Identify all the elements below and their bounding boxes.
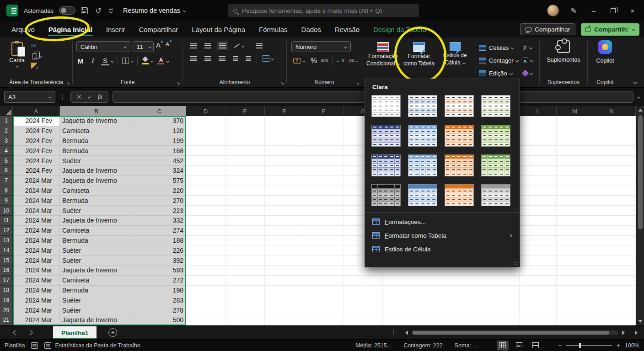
align-left-button[interactable] [188,55,199,63]
cell[interactable]: Suéter [60,245,133,255]
percent-style-button[interactable]: % [311,57,317,65]
cell[interactable]: 2024 Mar [13,186,60,196]
cell[interactable] [304,126,343,136]
cell[interactable] [304,236,343,246]
more-sheets-icon[interactable]: ⋮ [391,329,397,336]
row-header[interactable]: 1 [0,116,13,126]
tab-dados[interactable]: Dados [295,21,328,37]
table-style-swatch[interactable] [445,154,474,176]
cell[interactable] [304,276,343,286]
cell[interactable] [593,315,630,325]
cell[interactable]: 2024 Mar [13,255,60,266]
align-bottom-button[interactable] [217,42,228,50]
cell[interactable] [557,196,593,206]
cell[interactable] [304,245,343,255]
cell[interactable] [265,286,304,296]
cell[interactable] [520,126,557,136]
cell[interactable] [304,176,343,186]
column-header-N[interactable]: N [593,106,630,116]
cell[interactable] [593,166,630,176]
row-header[interactable]: 10 [0,206,13,216]
cell[interactable]: 2024 Mar [13,266,60,276]
cell[interactable] [265,236,304,246]
cell[interactable] [225,126,265,136]
cell[interactable] [520,245,557,255]
cell[interactable] [265,255,304,266]
table-style-swatch[interactable] [481,154,510,176]
number-format-select[interactable]: Número [291,41,351,52]
table-style-swatch[interactable] [371,95,401,117]
cell[interactable] [520,216,557,226]
cell[interactable] [557,226,593,236]
tab-design-da-tabela[interactable]: Design da Tabela [366,21,433,37]
cell[interactable] [225,255,265,266]
cell[interactable] [520,206,557,216]
cell[interactable]: Suéter [60,255,133,266]
cell[interactable] [593,295,630,305]
cell[interactable] [383,286,520,296]
cell[interactable]: Camiseta [60,186,133,196]
cell[interactable] [304,315,343,325]
cell[interactable] [593,116,630,126]
cell[interactable] [304,156,343,166]
quick-access-more-icon[interactable] [109,9,113,13]
cell[interactable] [304,295,343,305]
cell[interactable] [225,236,265,246]
cell[interactable]: Jaqueta de Inverno [60,266,133,276]
cell[interactable] [225,216,265,226]
close-button[interactable]: × [628,7,638,15]
normal-view-button[interactable] [497,340,509,351]
cell[interactable] [186,116,225,126]
cell[interactable] [304,146,343,156]
avatar[interactable] [547,5,559,16]
copilot-button[interactable]: Copilot [588,37,623,77]
pen-icon[interactable]: ✎ [571,6,577,15]
cell[interactable] [520,286,557,296]
cell[interactable] [186,236,225,246]
cell[interactable]: 2024 Mar [13,245,60,255]
cell[interactable] [557,305,593,315]
horizontal-scrollbar[interactable] [405,330,625,335]
cell[interactable]: 278 [133,305,186,315]
table-style-swatch[interactable] [408,154,437,176]
accounting-format-button[interactable]: $ [291,57,307,65]
tab-compartilhar[interactable]: Compartilhar [132,21,185,37]
cell[interactable] [265,136,304,146]
cell[interactable] [304,226,343,236]
cell[interactable] [186,126,225,136]
enter-icon[interactable]: ✓ [87,94,92,101]
autosave-toggle[interactable] [59,6,75,15]
cell[interactable] [304,116,343,126]
cell[interactable] [186,156,225,166]
cell[interactable] [343,305,383,315]
cell[interactable] [520,186,557,196]
cell[interactable] [265,206,304,216]
cell[interactable]: 226 [133,245,186,255]
column-header-D[interactable]: D [186,106,225,116]
cell[interactable] [557,206,593,216]
menu-item-formatações[interactable]: Formatações... [365,215,520,229]
cell[interactable]: 223 [133,206,186,216]
cell[interactable] [520,255,557,266]
cell[interactable] [304,266,343,276]
row-header[interactable]: 7 [0,176,13,186]
cell[interactable] [265,216,304,226]
row-header[interactable]: 8 [0,186,13,196]
cell[interactable]: 120 [133,126,186,136]
cell[interactable] [557,116,593,126]
cell[interactable] [557,276,593,286]
cell[interactable] [383,305,520,315]
cell[interactable]: 2024 Mar [13,196,60,206]
cell[interactable] [304,305,343,315]
cell[interactable] [557,166,593,176]
cell[interactable]: 199 [133,136,186,146]
cell[interactable]: 452 [133,156,186,166]
tab-layout-da-página[interactable]: Layout da Página [185,21,252,37]
font-color-button[interactable]: A [157,57,169,64]
underline-button[interactable]: S [101,57,113,65]
cell[interactable] [343,276,383,286]
increase-font-size-button[interactable]: A▲ [156,41,161,52]
cell[interactable] [225,266,265,276]
table-style-swatch[interactable] [371,154,401,176]
row-header[interactable]: 19 [0,295,13,305]
